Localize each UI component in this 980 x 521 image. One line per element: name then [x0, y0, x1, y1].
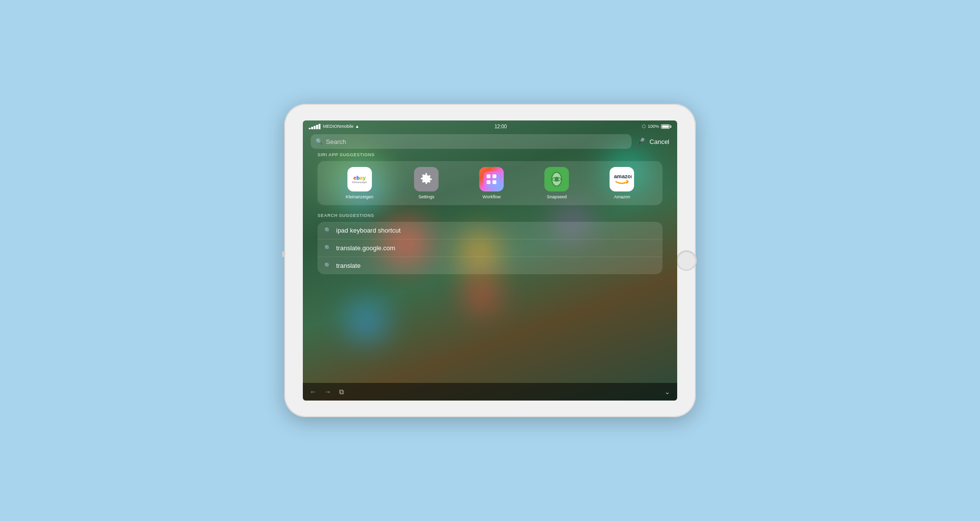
signal-strength [309, 124, 320, 129]
battery-indicator [661, 124, 671, 129]
battery-percent-label: 100% [648, 124, 659, 129]
siri-apps-row: ebay Kleinanzeigen Kleinanzeigen [318, 161, 662, 205]
collapse-button[interactable]: ⌄ [664, 388, 670, 396]
ipad-home-button[interactable] [676, 250, 697, 271]
suggestion-item[interactable]: 🔍 translate.google.com [318, 239, 662, 257]
ipad-screen: MEDIONmobile ▲ 12:00 ⬡ 100% 🔍 Search [303, 120, 677, 401]
app-icon-ebay: ebay Kleinanzeigen [347, 167, 372, 191]
status-right: ⬡ 100% [642, 124, 671, 129]
bg-blob [347, 302, 386, 341]
forward-button[interactable]: → [324, 388, 331, 396]
status-left: MEDIONmobile ▲ [309, 124, 359, 129]
search-suggestions-list: 🔍 ipad keyboard shortcut 🔍 translate.goo… [318, 222, 662, 274]
copy-button[interactable]: ⧉ [339, 388, 344, 396]
suggestion-text: ipad keyboard shortcut [336, 227, 401, 234]
svg-rect-1 [487, 174, 490, 178]
suggestion-text: translate [336, 262, 361, 269]
app-icon-workflow [479, 167, 504, 191]
back-button[interactable]: ← [310, 388, 317, 396]
bluetooth-icon: ⬡ [642, 124, 646, 129]
app-item-amazon[interactable]: amazon Amazon [610, 167, 634, 199]
svg-point-7 [555, 177, 559, 181]
app-label: Amazon [614, 194, 630, 199]
suggestion-item[interactable]: 🔍 translate [318, 257, 662, 274]
app-label: Workflow [483, 194, 501, 199]
svg-rect-2 [492, 174, 496, 178]
search-icon: 🔍 [316, 138, 323, 145]
carrier-name: MEDIONmobile [323, 124, 354, 129]
app-item-workflow[interactable]: Workflow [479, 167, 504, 199]
search-bar[interactable]: 🔍 Search 🎤 Cancel [303, 134, 677, 149]
search-input-wrap[interactable]: 🔍 Search [311, 134, 632, 149]
svg-text:amazon: amazon [614, 173, 632, 179]
app-item-settings[interactable]: Settings [414, 167, 439, 199]
cancel-button[interactable]: Cancel [650, 138, 669, 145]
search-suggestions-label: SEARCH SUGGESTIONS [318, 213, 662, 218]
app-item-snapseed[interactable]: Snapseed [544, 167, 569, 199]
suggestion-item[interactable]: 🔍 ipad keyboard shortcut [318, 222, 662, 239]
status-time: 12:00 [494, 124, 507, 129]
status-bar: MEDIONmobile ▲ 12:00 ⬡ 100% [303, 120, 677, 132]
bottom-toolbar: ← → ⧉ ⌄ [303, 383, 677, 401]
ipad-side-button [282, 251, 285, 257]
content-area: SIRI APP SUGGESTIONS ebay Kleinanzeigen … [318, 152, 662, 274]
search-suggestion-icon: 🔍 [324, 262, 331, 269]
search-suggestion-icon: 🔍 [324, 227, 331, 234]
siri-section-label: SIRI APP SUGGESTIONS [318, 152, 662, 157]
app-item-ebay[interactable]: ebay Kleinanzeigen Kleinanzeigen [346, 167, 374, 199]
app-icon-settings [414, 167, 439, 191]
search-suggestion-icon: 🔍 [324, 245, 331, 251]
microphone-button[interactable]: 🎤 [637, 138, 645, 145]
suggestion-text: translate.google.com [336, 244, 395, 252]
app-label: Snapseed [547, 194, 567, 199]
app-icon-snapseed [544, 167, 569, 191]
app-label: Kleinanzeigen [346, 194, 374, 199]
wifi-icon: ▲ [355, 124, 360, 129]
svg-rect-0 [484, 171, 499, 187]
app-icon-amazon: amazon [610, 167, 634, 191]
svg-rect-3 [487, 180, 490, 184]
search-placeholder: Search [326, 138, 627, 145]
ipad-frame: MEDIONmobile ▲ 12:00 ⬡ 100% 🔍 Search [284, 104, 696, 417]
bg-blob [465, 277, 499, 311]
svg-rect-4 [492, 180, 496, 184]
app-label: Settings [418, 194, 435, 199]
